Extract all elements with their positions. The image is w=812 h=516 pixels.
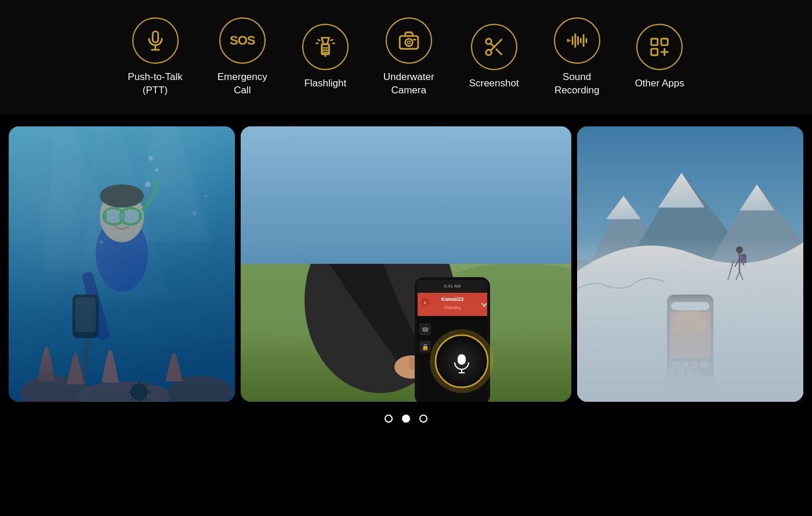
other-apps-icon-circle xyxy=(636,24,683,70)
svg-point-40 xyxy=(103,208,124,224)
svg-rect-135 xyxy=(664,376,716,399)
svg-marker-32 xyxy=(78,126,171,300)
carousel-dot-1[interactable] xyxy=(385,415,393,423)
svg-rect-30 xyxy=(9,126,235,402)
carousel-card-underwater[interactable] xyxy=(9,126,235,402)
scissors-icon xyxy=(483,36,505,58)
svg-rect-35 xyxy=(81,271,110,341)
screenshot-icon-circle xyxy=(471,24,517,70)
svg-point-53 xyxy=(148,156,153,161)
svg-rect-25 xyxy=(651,39,658,45)
svg-rect-80 xyxy=(365,216,389,245)
svg-point-74 xyxy=(367,169,390,184)
svg-point-50 xyxy=(168,376,232,402)
sidebar-item-other-apps[interactable]: Other Apps xyxy=(635,24,684,90)
svg-rect-36 xyxy=(80,306,92,393)
flashlight-icon-circle xyxy=(302,24,349,70)
svg-line-117 xyxy=(740,271,743,280)
svg-rect-102 xyxy=(458,354,466,365)
svg-rect-37 xyxy=(72,295,99,338)
other-apps-label: Other Apps xyxy=(635,77,684,90)
emergency-call-icon-circle: SOS xyxy=(219,17,266,64)
sos-icon: SOS xyxy=(230,33,255,48)
svg-marker-33 xyxy=(130,126,212,242)
icon-bar: Push-to-Talk (PTT) SOS Emergency Call xyxy=(0,0,812,115)
svg-point-126 xyxy=(679,303,702,321)
microphone-icon xyxy=(144,30,166,52)
svg-point-39 xyxy=(100,190,144,242)
svg-point-55 xyxy=(192,211,197,216)
svg-text:Send Location: Send Location xyxy=(681,386,699,389)
svg-point-48 xyxy=(20,376,90,402)
svg-rect-132 xyxy=(701,361,708,368)
svg-rect-124 xyxy=(670,312,710,358)
svg-rect-136 xyxy=(667,367,675,384)
svg-text:Send emergency to 108 (IP: 108: Send emergency to 108 (IP: 108 / 1867... xyxy=(661,381,720,385)
svg-rect-138 xyxy=(686,367,694,384)
svg-text:9:41 AM: 9:41 AM xyxy=(444,284,461,289)
grid-icon xyxy=(648,36,670,58)
svg-rect-118 xyxy=(741,254,746,263)
sidebar-item-screenshot[interactable]: Screenshot xyxy=(469,24,519,90)
svg-line-115 xyxy=(740,259,744,266)
sound-recording-label: Sound Recording xyxy=(554,71,600,97)
svg-point-71 xyxy=(348,150,412,219)
ptt-illustration: 9:41 AM Kawaii23 Standby K ☎ xyxy=(241,126,571,402)
svg-point-47 xyxy=(100,184,144,208)
push-to-talk-icon-circle xyxy=(132,17,179,64)
svg-rect-44 xyxy=(139,212,142,220)
svg-point-52 xyxy=(155,168,158,172)
svg-text:Google: Google xyxy=(684,305,696,308)
svg-rect-127 xyxy=(671,302,709,310)
underwater-camera-label: Underwater Camera xyxy=(383,71,434,97)
svg-rect-129 xyxy=(673,361,680,368)
svg-line-62 xyxy=(130,383,133,386)
sidebar-item-flashlight[interactable]: Flashlight xyxy=(302,24,349,90)
sidebar-item-emergency-call[interactable]: SOS Emergency Call xyxy=(217,17,267,97)
underwater-camera-icon-circle xyxy=(386,17,432,64)
svg-text:🔒: 🔒 xyxy=(422,343,429,351)
svg-line-119 xyxy=(728,260,734,280)
svg-line-15 xyxy=(496,49,502,54)
svg-rect-121 xyxy=(670,297,710,390)
carousel-card-ptt[interactable]: 9:41 AM Kawaii23 Standby K ☎ xyxy=(241,126,571,402)
svg-line-76 xyxy=(360,173,367,176)
svg-text:K: K xyxy=(424,301,427,305)
sound-recording-icon-circle xyxy=(554,17,600,64)
svg-line-116 xyxy=(736,271,740,280)
svg-point-72 xyxy=(356,194,404,227)
sidebar-item-underwater-camera[interactable]: Underwater Camera xyxy=(383,17,434,97)
svg-line-16 xyxy=(490,43,494,47)
svg-point-78 xyxy=(348,176,360,192)
svg-rect-0 xyxy=(153,31,158,42)
svg-line-77 xyxy=(407,173,415,176)
carousel-section: 9:41 AM Kawaii23 Standby K ☎ xyxy=(0,115,812,423)
svg-point-51 xyxy=(145,181,151,187)
sidebar-item-push-to-talk[interactable]: Push-to-Talk (PTT) xyxy=(128,17,182,97)
svg-rect-122 xyxy=(670,297,710,312)
svg-point-9 xyxy=(405,39,412,46)
sidebar-item-sound-recording[interactable]: Sound Recording xyxy=(554,17,600,97)
svg-point-41 xyxy=(120,208,141,224)
svg-point-79 xyxy=(354,138,414,179)
svg-rect-26 xyxy=(661,39,668,45)
flashlight-icon xyxy=(314,36,336,58)
svg-rect-139 xyxy=(695,370,701,384)
waveform-icon xyxy=(566,30,588,52)
carousel-dots xyxy=(385,415,427,423)
underwater-scene-image xyxy=(9,126,235,402)
carousel-dot-2[interactable] xyxy=(402,415,410,423)
carousel-dot-3[interactable] xyxy=(419,415,427,423)
svg-line-65 xyxy=(146,398,148,401)
push-to-talk-label: Push-to-Talk (PTT) xyxy=(128,71,182,97)
svg-point-49 xyxy=(78,381,171,402)
carousel-card-mountain[interactable]: Friday, Oct 9 Google Send emergency to 1… xyxy=(577,126,803,402)
svg-rect-83 xyxy=(409,357,415,370)
svg-rect-120 xyxy=(667,295,713,393)
ptt-scene-image: 9:41 AM Kawaii23 Standby K ☎ xyxy=(241,126,571,402)
svg-text:Friday, Oct 9: Friday, Oct 9 xyxy=(679,301,702,306)
camera-icon xyxy=(398,30,420,52)
mountain-scene-image: Friday, Oct 9 Google Send emergency to 1… xyxy=(577,126,803,402)
svg-rect-131 xyxy=(691,361,698,368)
svg-rect-38 xyxy=(75,297,96,332)
